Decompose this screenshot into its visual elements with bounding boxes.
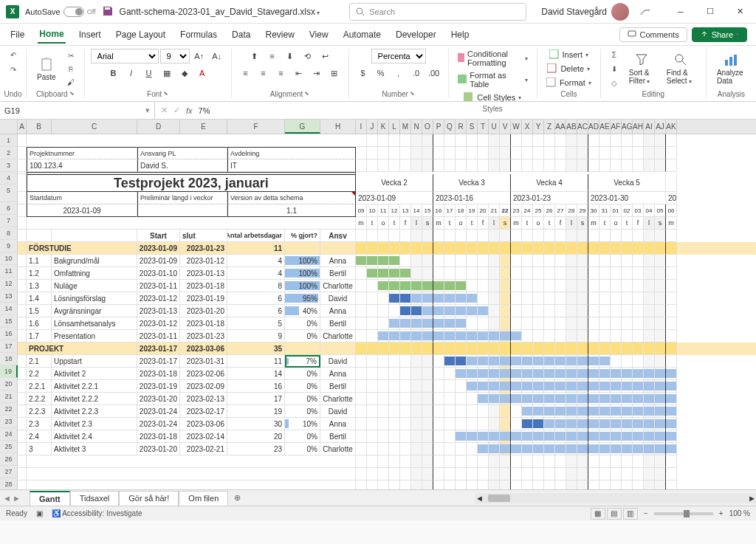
cell[interactable]: 0% bbox=[285, 317, 320, 330]
cell[interactable]: 22 bbox=[500, 204, 511, 217]
cell[interactable]: 25 bbox=[533, 204, 544, 217]
cell[interactable]: 1.1 bbox=[27, 255, 52, 267]
row-header-3[interactable]: 3 bbox=[0, 159, 18, 172]
cut-icon[interactable]: ✂ bbox=[63, 49, 78, 61]
cell[interactable]: 27 bbox=[555, 204, 566, 217]
cell[interactable]: Ansvarig PL bbox=[137, 147, 227, 159]
cell[interactable]: 2023-01-09 bbox=[137, 242, 180, 255]
col-header-AH[interactable]: AH bbox=[633, 120, 644, 134]
zoom-out-button[interactable]: − bbox=[644, 509, 648, 517]
col-header-AB[interactable]: AB bbox=[566, 120, 577, 134]
cell[interactable]: 2023-01-23 bbox=[511, 192, 588, 204]
sheet-tab-g-r-s--h-r-[interactable]: Gör så här! bbox=[119, 491, 179, 506]
cell[interactable]: 23 bbox=[227, 443, 285, 455]
cell[interactable]: IT bbox=[227, 159, 356, 172]
cell[interactable]: 1.1 bbox=[227, 204, 356, 217]
row-header-24[interactable]: 24 bbox=[0, 428, 18, 441]
cell[interactable]: 2023-01-13 bbox=[180, 267, 227, 280]
sheet-tab-gantt[interactable]: Gantt bbox=[30, 491, 70, 506]
cell[interactable]: Bertil bbox=[320, 430, 356, 443]
cell[interactable]: 1.7 bbox=[27, 330, 52, 342]
ribbon-tab-page-layout[interactable]: Page Layout bbox=[114, 27, 167, 43]
zoom-slider[interactable] bbox=[654, 512, 713, 515]
row-header-23[interactable]: 23 bbox=[0, 416, 18, 428]
cell[interactable]: l bbox=[644, 217, 655, 230]
cell[interactable]: 10 bbox=[367, 204, 378, 217]
cell[interactable]: David S. bbox=[137, 159, 227, 172]
cell[interactable]: 6 bbox=[227, 292, 285, 305]
cell[interactable]: 30 bbox=[227, 418, 285, 430]
wrap-text-icon[interactable]: ↩ bbox=[317, 49, 334, 63]
cell[interactable]: 2.3 bbox=[27, 418, 52, 430]
cell[interactable]: 2023-01-30 bbox=[588, 192, 666, 204]
cell[interactable] bbox=[285, 342, 320, 355]
copy-icon[interactable]: ⎘ bbox=[63, 63, 78, 75]
cell[interactable]: David bbox=[320, 355, 356, 368]
row-header-20[interactable]: 20 bbox=[0, 378, 18, 390]
cell[interactable]: m bbox=[356, 217, 367, 230]
col-header-AI[interactable]: AI bbox=[644, 120, 655, 134]
cell[interactable]: t bbox=[599, 217, 611, 230]
cell[interactable]: 2023-01-12 bbox=[137, 292, 180, 305]
zoom-level[interactable]: 100 % bbox=[729, 509, 750, 517]
cell[interactable]: 15 bbox=[422, 204, 433, 217]
cell[interactable]: 8 bbox=[227, 280, 285, 292]
cell[interactable]: 6 bbox=[227, 305, 285, 317]
cell[interactable]: Bertil bbox=[320, 267, 356, 280]
ribbon-tab-insert[interactable]: Insert bbox=[78, 27, 103, 43]
cell[interactable]: Aktivitet 2.2.3 bbox=[52, 405, 137, 418]
sheet-tab-tidsaxel[interactable]: Tidsaxel bbox=[70, 491, 120, 506]
cell[interactable]: Charlotte bbox=[320, 330, 356, 342]
cell[interactable] bbox=[320, 342, 356, 355]
row-header-6[interactable]: 6 bbox=[0, 202, 18, 215]
cell[interactable]: 2023-01-31 bbox=[180, 355, 227, 368]
cell[interactable]: 2.4 bbox=[27, 430, 52, 443]
format-painter-icon[interactable]: 🖌 bbox=[63, 76, 78, 88]
col-header-T[interactable]: T bbox=[478, 120, 489, 134]
cell[interactable]: f bbox=[478, 217, 489, 230]
comma-icon[interactable]: , bbox=[391, 66, 407, 80]
cell[interactable]: 0% bbox=[285, 405, 320, 418]
col-header-AF[interactable]: AF bbox=[611, 120, 622, 134]
cell[interactable]: 2023-01-20 bbox=[137, 393, 180, 405]
row-header-22[interactable]: 22 bbox=[0, 403, 18, 416]
cell[interactable]: 04 bbox=[644, 204, 655, 217]
col-header-E[interactable]: E bbox=[180, 120, 227, 134]
cell[interactable]: 01 bbox=[611, 204, 622, 217]
cell[interactable]: Version av detta schema bbox=[227, 192, 356, 204]
row-header-13[interactable]: 13 bbox=[0, 290, 18, 303]
horizontal-scrollbar[interactable]: ◄► bbox=[475, 493, 756, 503]
cell[interactable]: 2023-01-12 bbox=[137, 317, 180, 330]
clear-icon[interactable]: ◇ bbox=[607, 77, 622, 89]
select-all-corner[interactable] bbox=[0, 120, 18, 134]
cell[interactable]: Vecka 2 bbox=[356, 174, 433, 192]
row-header-4[interactable]: 4 bbox=[0, 172, 18, 185]
cell[interactable]: 19 bbox=[467, 204, 478, 217]
cell[interactable]: Anna bbox=[320, 255, 356, 267]
cell[interactable]: t bbox=[367, 217, 378, 230]
cell[interactable]: o bbox=[456, 217, 467, 230]
cell[interactable]: s bbox=[422, 217, 433, 230]
cell[interactable]: Presentation bbox=[52, 330, 137, 342]
cell[interactable]: 0% bbox=[285, 430, 320, 443]
col-header-C[interactable]: C bbox=[52, 120, 137, 134]
cell[interactable]: 2023-01-19 bbox=[180, 292, 227, 305]
delete-cells-button[interactable]: Delete bbox=[544, 63, 593, 75]
cell[interactable]: Anna bbox=[320, 418, 356, 430]
search-input[interactable]: Search bbox=[349, 3, 526, 21]
row-header-7[interactable]: 7 bbox=[0, 215, 18, 227]
cell[interactable]: 20 bbox=[227, 430, 285, 443]
cell[interactable]: 17 bbox=[227, 393, 285, 405]
cell[interactable]: Projektnummer bbox=[27, 147, 137, 159]
cell[interactable]: % gjort? bbox=[285, 230, 320, 242]
cell[interactable]: Anna bbox=[320, 305, 356, 317]
dec-decimal-icon[interactable]: .00 bbox=[426, 66, 442, 80]
row-header-21[interactable]: 21 bbox=[0, 390, 18, 403]
format-cells-button[interactable]: Format bbox=[543, 77, 594, 89]
find-select-button[interactable]: Find & Select bbox=[662, 51, 700, 86]
name-box[interactable]: G19▾ bbox=[0, 102, 155, 119]
col-header-Q[interactable]: Q bbox=[444, 120, 456, 134]
align-top-icon[interactable]: ⬆ bbox=[247, 49, 263, 63]
cell[interactable]: Avgränsningar bbox=[52, 305, 137, 317]
col-header-B[interactable]: B bbox=[27, 120, 52, 134]
